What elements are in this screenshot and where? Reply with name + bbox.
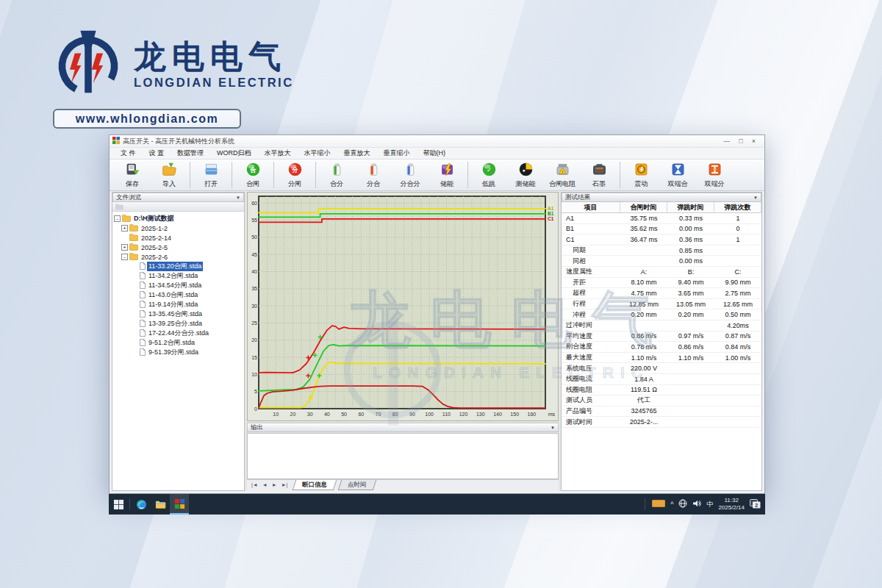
results-cell: 2025-2-...	[620, 418, 667, 426]
tree-file-item[interactable]: 9-51.2合闸.stda	[114, 338, 243, 348]
toolbar-button-vibration[interactable]: 震动	[623, 160, 659, 190]
toolbar-button-measure-energy[interactable]: 测储能	[507, 160, 544, 190]
tree-folder-item[interactable]: +2025-1-2	[114, 223, 243, 233]
tree-folder-item[interactable]: -2025-2-6	[114, 252, 243, 262]
notification-center-icon[interactable]: 2	[750, 499, 761, 510]
tab-first-button[interactable]: |◄	[249, 480, 260, 487]
tree-file-item[interactable]: 9-51.39分闸.stda	[114, 348, 243, 357]
toolbar-button-graphite[interactable]: 石墨	[581, 160, 617, 190]
edge-browser-button[interactable]	[132, 494, 151, 514]
network-icon[interactable]	[678, 499, 687, 509]
oc-icon	[366, 162, 381, 179]
results-row: 刚合速度0.78 m/s0.86 m/s0.84 m/s	[562, 342, 761, 353]
analysis-app-taskbar-button[interactable]	[170, 494, 189, 514]
tree-file-item[interactable]: 11-34.2合闸.stda	[114, 271, 243, 281]
hidden-icons-chevron[interactable]: ^	[670, 501, 673, 508]
tree-file-item[interactable]: 11-33.20合闸.stda	[114, 262, 243, 271]
tree-toggle-icon[interactable]: +	[121, 244, 128, 251]
close-op-icon: 合	[245, 162, 261, 179]
file-icon	[140, 272, 147, 281]
tree-file-item[interactable]: 11-43.0合闸.stda	[114, 290, 243, 300]
tree-root-item[interactable]: -D:\H测试数据	[114, 214, 243, 223]
toolbar-button-oc[interactable]: 分合	[355, 160, 392, 190]
tab-point-time[interactable]: 点时间	[338, 480, 376, 490]
results-header[interactable]: 测试结果 ▼	[562, 193, 761, 202]
tab-next-button[interactable]: ►	[270, 480, 279, 487]
collapse-arrow-icon[interactable]: ▼	[753, 196, 758, 200]
tab-break-info[interactable]: 断口信息	[293, 480, 337, 490]
window-titlebar[interactable]: 高压开关 - 高压开关机械特性分析系统 — □ ×	[110, 135, 764, 148]
volume-icon[interactable]	[692, 499, 701, 509]
menu-item-3[interactable]: WORD归档	[210, 148, 258, 158]
minimize-button[interactable]: —	[723, 137, 730, 145]
toolbar-button-close-op[interactable]: 合合闸	[234, 160, 271, 190]
tree-toggle-icon[interactable]: +	[121, 225, 128, 232]
toolbar-button-dual-open[interactable]: 双端分	[696, 160, 733, 190]
tree-file-item[interactable]: 17-22.44分合分.stda	[114, 329, 243, 338]
output-title: 输出	[251, 423, 263, 432]
output-header[interactable]: 输出 ▼	[247, 423, 559, 432]
output-textarea[interactable]	[247, 433, 559, 479]
results-cell: 1.84 A	[620, 376, 667, 383]
close-button[interactable]: ×	[752, 137, 756, 145]
results-cell: 1.10 m/s	[667, 354, 714, 362]
tab-last-button[interactable]: ►|	[279, 480, 290, 487]
tree-file-item[interactable]: 13-39.25合分.stda	[114, 319, 243, 329]
file-explorer-button[interactable]	[151, 494, 170, 514]
menu-item-6[interactable]: 垂直放大	[337, 148, 377, 158]
file-browser-header[interactable]: 文件浏览 ▼	[112, 193, 244, 202]
results-row-label: 同期	[562, 245, 620, 255]
start-button[interactable]	[109, 494, 128, 514]
energy-icon	[440, 162, 455, 179]
tree-file-item[interactable]: 11-34.54分闸.stda	[114, 281, 243, 290]
collapse-arrow-icon[interactable]: ▼	[551, 426, 555, 430]
tree-toggle-icon[interactable]: -	[121, 254, 128, 260]
svg-text:C1: C1	[548, 216, 554, 221]
tree-file-item[interactable]: 13-35.45合闸.stda	[114, 309, 243, 319]
toolbar-separator	[467, 162, 468, 188]
trip-op-icon: 分	[287, 162, 303, 179]
toolbar-button-open[interactable]: 打开	[193, 160, 229, 190]
toolbar-button-coc[interactable]: 分合分	[392, 160, 429, 190]
menu-item-7[interactable]: 垂直缩小	[377, 148, 417, 158]
results-row-label: 测试时间	[562, 417, 620, 427]
toolbar-button-lowtrip[interactable]: ✓低跳	[470, 160, 507, 190]
maximize-button[interactable]: □	[739, 137, 742, 145]
tree-folder-item[interactable]: +2025-2-5	[114, 243, 243, 252]
results-row-label: 冲程	[562, 310, 620, 320]
tab-label: 断口信息	[303, 481, 328, 490]
menu-item-4[interactable]: 水平放大	[258, 148, 298, 158]
toolbar-button-resistor[interactable]: !合闸电阻	[544, 160, 581, 190]
toolbar-button-co[interactable]: 合分	[318, 160, 355, 190]
results-cell: 35.62 ms	[620, 225, 667, 232]
menu-item-1[interactable]: 设 置	[143, 148, 171, 158]
menu-item-8[interactable]: 帮助(H)	[417, 148, 453, 158]
tree-file-item[interactable]: 11-9.14分闸.stda	[114, 300, 243, 309]
tree-toggle-icon	[132, 301, 138, 308]
tray-app-icon[interactable]	[652, 500, 665, 509]
folder-icon	[129, 253, 140, 262]
toolbar-button-energy[interactable]: 储能	[429, 160, 465, 190]
menu-item-0[interactable]: 文 件	[114, 148, 143, 158]
collapse-arrow-icon[interactable]: ▼	[236, 196, 240, 200]
toolbar-button-save[interactable]: 保存	[114, 160, 151, 190]
results-row: C136.47 ms0.36 ms1	[562, 234, 761, 245]
toolbar-button-trip-op[interactable]: 分分闸	[276, 160, 313, 190]
results-cell: 0.33 ms	[667, 215, 714, 222]
toolbar-button-import[interactable]: 导入	[151, 160, 187, 190]
taskbar-clock[interactable]: 11:32 2025/2/14	[718, 497, 745, 511]
menu-item-5[interactable]: 水平缩小	[298, 148, 337, 158]
tree-item-label: 11-43.0合闸.stda	[147, 290, 199, 300]
svg-text:40: 40	[251, 269, 257, 274]
toolbar-button-dual-close[interactable]: 双端合	[659, 160, 696, 190]
results-cell: 0.50 mm	[714, 311, 761, 318]
tree-toggle-icon[interactable]: -	[114, 215, 121, 222]
menu-item-2[interactable]: 数据管理	[171, 148, 210, 158]
ime-indicator[interactable]: 中	[706, 500, 713, 509]
file-icon	[140, 262, 147, 271]
results-cell: 0.00 ms	[667, 225, 714, 232]
toolbar-button-label: 分合分	[401, 179, 420, 189]
svg-text:25: 25	[251, 320, 257, 326]
tree-folder-item[interactable]: 2025-2-14	[114, 233, 243, 243]
tab-prev-button[interactable]: ◄	[260, 480, 270, 487]
